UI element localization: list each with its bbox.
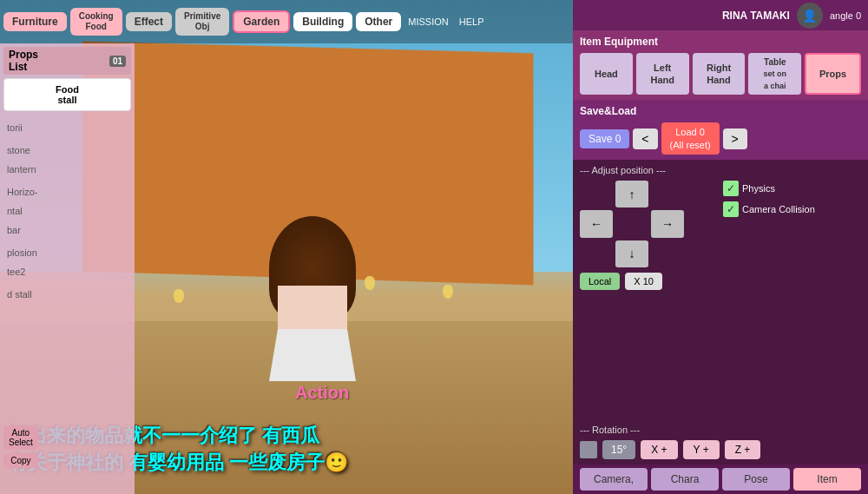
user-bar: RINA TAMAKI 👤 angle 0	[573, 0, 868, 30]
dir-empty-bl	[580, 240, 613, 267]
physics-checkbox-item: ✓ Physics	[723, 181, 861, 196]
tab-pose[interactable]: Pose	[722, 468, 790, 491]
local-x10-row: Local X 10	[580, 273, 718, 290]
menu-btn-cooking-food[interactable]: CookingFood	[70, 8, 122, 36]
menu-btn-garden[interactable]: Garden	[233, 10, 290, 33]
slot-left-hand[interactable]: LeftHand	[636, 53, 689, 95]
direction-pad-container: ↑ ← → ↓ Local X 10	[580, 181, 718, 290]
adjust-section: --- Adjust position --- ↑ ← → ↓ Local X …	[573, 160, 868, 419]
load-button[interactable]: Load 0(All reset)	[661, 122, 720, 155]
dir-empty-tl	[580, 181, 613, 207]
slot-head[interactable]: Head	[580, 53, 633, 95]
top-menu: Furniture CookingFood Effect PrimitiveOb…	[0, 0, 573, 43]
prop-item-food-stall[interactable]: Foodstall	[3, 78, 131, 111]
left-side-items: torii stonelantern Horizo-ntalbar plosio…	[3, 115, 131, 307]
camera-collision-checkbox[interactable]: ✓	[723, 201, 739, 217]
left-item-stall[interactable]: d stall	[5, 283, 129, 306]
left-panel: PropsList 01 Foodstall torii stonelanter…	[0, 43, 135, 494]
tab-chara[interactable]: Chara	[651, 468, 719, 491]
local-button[interactable]: Local	[580, 273, 620, 290]
tab-camera[interactable]: Camera,	[580, 468, 648, 491]
save-load-title: Save&Load	[580, 105, 861, 117]
x-plus-button[interactable]: X +	[641, 440, 677, 459]
menu-btn-effect[interactable]: Effect	[126, 12, 172, 31]
props-header: PropsList 01	[3, 47, 131, 75]
rotation-section: --- Rotation --- 15° X + Y + Z +	[573, 419, 868, 464]
direction-pad: ↑ ← → ↓	[580, 181, 684, 267]
save-button[interactable]: Save 0	[580, 129, 629, 148]
dir-up-button[interactable]: ↑	[615, 181, 648, 207]
left-item-bar[interactable]: Horizo-ntalbar	[5, 181, 129, 241]
auto-select-btn[interactable]: AutoSelect	[3, 425, 38, 450]
y-plus-button[interactable]: Y +	[683, 440, 720, 459]
nav-left-button[interactable]: <	[633, 128, 657, 149]
left-item-stone[interactable]: stonelantern	[5, 139, 129, 181]
dir-right-button[interactable]: →	[651, 210, 684, 237]
x10-button[interactable]: X 10	[625, 273, 662, 290]
menu-btn-furniture[interactable]: Furniture	[3, 12, 67, 31]
rotation-row: 15° X + Y + Z +	[580, 440, 861, 459]
username: RINA TAMAKI	[722, 10, 790, 22]
mission-label: MISSION	[408, 16, 448, 27]
item-equipment-title: Item Equipment	[580, 36, 861, 48]
dir-left-button[interactable]: ←	[580, 210, 613, 237]
tab-item[interactable]: Item	[793, 468, 861, 491]
menu-btn-primitive[interactable]: PrimitiveObj	[175, 8, 229, 36]
left-item-torii[interactable]: torii	[5, 116, 129, 139]
copy-btn[interactable]: Copy	[3, 453, 38, 468]
bottom-tabs: Camera, Chara Pose Item	[573, 464, 868, 494]
camera-collision-checkbox-item: ✓ Camera Collision	[723, 201, 861, 217]
bottom-left-buttons: AutoSelect Copy	[3, 425, 38, 468]
props-badge: 01	[109, 56, 126, 67]
rotation-color-swatch	[580, 441, 597, 458]
menu-btn-other[interactable]: Other	[356, 12, 401, 31]
item-equipment: Item Equipment Head LeftHand RightHand T…	[573, 30, 868, 100]
right-panel: RINA TAMAKI 👤 angle 0 Item Equipment Hea…	[573, 0, 868, 494]
slot-props[interactable]: Props	[805, 53, 861, 95]
character	[260, 216, 365, 390]
rotation-title: --- Rotation ---	[580, 425, 861, 435]
adjust-title: --- Adjust position ---	[580, 165, 861, 175]
props-title: PropsList	[9, 49, 38, 73]
character-skirt	[269, 329, 356, 381]
light-1	[174, 289, 184, 303]
menu-btn-building[interactable]: Building	[293, 12, 352, 31]
user-avatar: 👤	[797, 3, 823, 29]
action-label: Action	[295, 383, 349, 403]
light-3	[365, 276, 375, 290]
equipment-slots: Head LeftHand RightHand Tableset ona cha…	[580, 53, 861, 95]
nav-right-button[interactable]: >	[723, 128, 747, 149]
light-4	[443, 285, 453, 299]
z-plus-button[interactable]: Z +	[725, 440, 761, 459]
physics-options: ✓ Physics ✓ Camera Collision	[723, 181, 861, 290]
camera-collision-label: Camera Collision	[742, 204, 815, 214]
help-label: HELP	[459, 16, 484, 27]
save-load-row: Save 0 < Load 0(All reset) >	[580, 122, 861, 155]
slot-right-hand[interactable]: RightHand	[693, 53, 746, 95]
shadow-info: angle 0	[830, 10, 861, 21]
dir-empty-c	[615, 210, 648, 237]
dir-down-button[interactable]: ↓	[615, 240, 648, 267]
degree-button[interactable]: 15°	[602, 440, 635, 459]
left-item-plosion[interactable]: plosiontee2	[5, 241, 129, 283]
physics-label: Physics	[742, 183, 775, 194]
save-load-section: Save&Load Save 0 < Load 0(All reset) >	[573, 100, 868, 160]
dir-empty-br	[651, 240, 684, 267]
dir-empty-tr	[651, 181, 684, 207]
slot-table[interactable]: Tableset ona chai	[748, 53, 801, 95]
adjust-grid: ↑ ← → ↓ Local X 10 ✓ Physics	[580, 181, 861, 290]
physics-checkbox[interactable]: ✓	[723, 181, 739, 196]
